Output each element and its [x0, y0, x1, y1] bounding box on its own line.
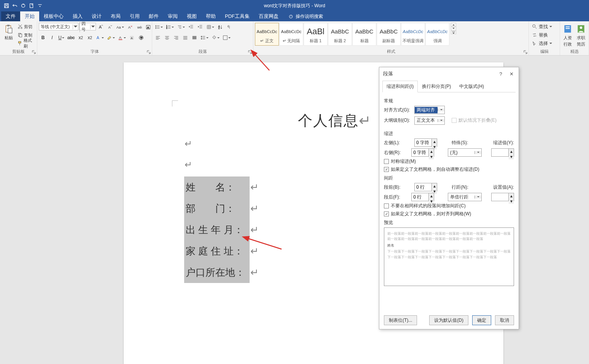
superscript-icon[interactable]: x2 [86, 33, 94, 42]
dialog-help-icon[interactable]: ? [497, 71, 504, 77]
strikethrough-icon[interactable]: abc [66, 33, 76, 42]
font-launcher-icon[interactable] [146, 50, 151, 54]
save-icon[interactable] [2, 2, 11, 10]
dont-add-checkbox[interactable]: 不要在相同样式的段落间增加间距(C) [384, 203, 514, 209]
format-painter-button[interactable]: 格式刷 [18, 40, 35, 47]
italic-icon[interactable]: I [48, 33, 56, 42]
style-item[interactable]: AaBbC标题 [352, 23, 376, 46]
spin-up-icon[interactable]: ▴ [429, 149, 434, 154]
shrink-font-icon[interactable]: A [106, 23, 114, 31]
align-center-icon[interactable] [163, 33, 171, 42]
selected-line[interactable]: 户口所在地：↵ [184, 262, 250, 283]
gallery-up-icon[interactable] [451, 23, 456, 27]
set-default-button[interactable]: 设为默认值(D) [429, 315, 468, 325]
char-border-icon[interactable]: A [144, 23, 153, 31]
tab-pdf[interactable]: PDF工具集 [220, 11, 254, 21]
tab-view[interactable]: 视图 [182, 11, 201, 21]
tab-review[interactable]: 审阅 [163, 11, 182, 21]
chevron-down-icon[interactable] [438, 108, 444, 111]
subscript-icon[interactable]: x2 [76, 33, 85, 42]
tab-layout[interactable]: 布局 [106, 11, 125, 21]
after-spinner[interactable]: ▴▾ [411, 193, 434, 201]
dialog-tab-linebreak[interactable]: 换行和分页(P) [418, 81, 455, 92]
spin-up-icon[interactable]: ▴ [509, 149, 514, 154]
tab-home[interactable]: 开始 [20, 11, 39, 21]
resume-addin-button[interactable]: 求职简历 [575, 23, 587, 48]
show-marks-icon[interactable] [225, 23, 234, 31]
at-spinner[interactable]: ▴▾ [491, 193, 514, 201]
style-item[interactable]: AaBbC标题 2 [328, 23, 352, 46]
undo-icon[interactable] [11, 2, 19, 10]
gallery-more-icon[interactable] [451, 30, 456, 34]
tab-mail[interactable]: 邮件 [144, 11, 163, 21]
phonetic-guide-icon[interactable]: wén [135, 23, 143, 31]
paste-button[interactable]: 粘贴 [2, 23, 16, 41]
style-item[interactable]: AaBbCcDc↵ 无间隔 [279, 23, 303, 46]
grow-font-icon[interactable]: A [97, 23, 105, 31]
clear-format-icon[interactable]: A [126, 23, 134, 31]
right-indent-spinner[interactable]: ▴▾ [411, 148, 434, 157]
snap-grid-checkbox[interactable]: ✓如果定义了文档网格，则对齐到网格(W) [384, 211, 514, 217]
selected-line[interactable]: 家 庭 住 址：↵ [184, 240, 250, 262]
spin-down-icon[interactable]: ▾ [509, 199, 514, 204]
gallery-down-icon[interactable] [451, 27, 456, 30]
mirror-indent-checkbox[interactable]: 对称缩进(M) [384, 158, 514, 165]
change-case-icon[interactable]: Aa [115, 23, 125, 31]
dialog-tab-indent[interactable]: 缩进和间距(I) [382, 81, 418, 92]
dialog-tab-cjk[interactable]: 中文版式(H) [455, 81, 488, 92]
chevron-down-icon[interactable] [474, 196, 481, 199]
close-icon[interactable]: ✕ [508, 71, 515, 77]
tab-insert[interactable]: 插入 [68, 11, 87, 21]
selected-line[interactable]: 姓 名：↵ [184, 176, 250, 198]
font-color-icon[interactable]: A [117, 33, 127, 42]
chevron-down-icon[interactable] [438, 119, 444, 122]
cut-button[interactable]: 剪切 [18, 23, 35, 30]
outline-combo[interactable]: 正文文本 [414, 116, 445, 125]
chevron-down-icon[interactable] [90, 24, 96, 29]
increase-indent-icon[interactable] [196, 23, 204, 31]
ok-button[interactable]: 确定 [472, 315, 491, 325]
text-effects-icon[interactable]: A [95, 33, 105, 42]
bullets-icon[interactable] [154, 23, 164, 31]
indent-by-spinner[interactable]: ▴▾ [491, 148, 514, 157]
styles-gallery[interactable]: AaBbCcDc↵ 正文AaBbCcDc↵ 无间隔AaBl标题 1AaBbC标题… [255, 23, 449, 46]
before-spinner[interactable]: ▴▾ [414, 183, 437, 191]
line-spacing-icon[interactable] [199, 33, 210, 42]
tell-me-search[interactable]: 操作说明搜索 [288, 11, 323, 21]
enclose-char-icon[interactable]: 字 [137, 33, 145, 42]
style-item[interactable]: AaBbCcDc不明显强调 [401, 23, 425, 46]
font-name-combo[interactable]: 等线 (中文正文) [39, 23, 78, 30]
style-item[interactable]: AaBbC副标题 [377, 23, 401, 46]
underline-icon[interactable]: U [57, 33, 65, 42]
tab-design[interactable]: 设计 [87, 11, 106, 21]
style-item[interactable]: AaBbCcDc强调 [425, 23, 449, 46]
asian-layout-icon[interactable] [205, 23, 215, 31]
spin-up-icon[interactable]: ▴ [509, 193, 514, 199]
shading-icon[interactable] [210, 33, 221, 42]
spin-up-icon[interactable]: ▴ [429, 193, 434, 199]
left-indent-spinner[interactable]: ▴▾ [414, 138, 437, 147]
chevron-down-icon[interactable] [474, 151, 481, 154]
align-left-icon[interactable] [154, 33, 162, 42]
cancel-button[interactable]: 取消 [495, 315, 514, 325]
bold-icon[interactable]: B [39, 33, 47, 42]
chevron-down-icon[interactable] [73, 24, 78, 29]
tabs-button[interactable]: 制表位(T)... [384, 315, 417, 325]
selected-line[interactable]: 出 生 年 月：↵ [184, 219, 250, 240]
alignment-combo[interactable]: 两端对齐 [414, 106, 445, 114]
tab-help[interactable]: 帮助 [201, 11, 220, 21]
tab-baidu[interactable]: 百度网盘 [254, 11, 283, 21]
select-button[interactable]: 选择 [530, 40, 554, 47]
find-button[interactable]: 查找 [530, 23, 554, 30]
char-shading-icon[interactable]: A [128, 33, 136, 42]
line-spacing-combo[interactable]: 单倍行距 [448, 193, 482, 201]
spin-down-icon[interactable]: ▾ [509, 154, 514, 159]
tab-file[interactable]: 文件 [1, 11, 20, 21]
align-justify-icon[interactable] [181, 33, 189, 42]
decrease-indent-icon[interactable] [187, 23, 195, 31]
redo-icon[interactable] [19, 2, 27, 10]
spin-down-icon[interactable]: ▾ [429, 154, 434, 159]
adjust-right-checkbox[interactable]: ✓如果定义了文档网格，则自动调整右缩进(D) [384, 166, 514, 173]
highlight-icon[interactable] [106, 33, 116, 42]
special-combo[interactable]: (无) [448, 148, 482, 157]
